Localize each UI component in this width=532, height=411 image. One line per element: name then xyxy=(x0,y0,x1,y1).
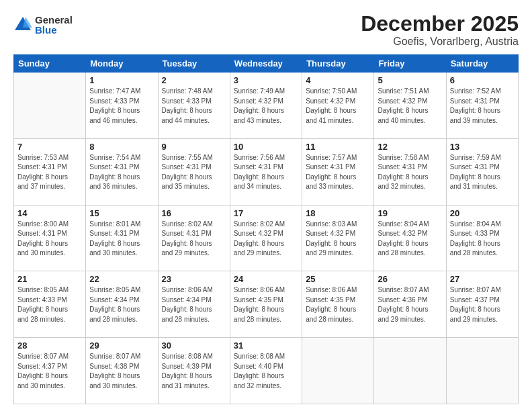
calendar-cell xyxy=(302,338,374,404)
calendar-cell: 15Sunrise: 8:01 AM Sunset: 4:31 PM Dayli… xyxy=(86,205,158,271)
cell-info: Sunrise: 7:51 AM Sunset: 4:32 PM Dayligh… xyxy=(378,87,442,126)
cell-day-number: 31 xyxy=(234,340,298,351)
calendar-cell: 1Sunrise: 7:47 AM Sunset: 4:33 PM Daylig… xyxy=(86,73,158,139)
calendar-cell: 17Sunrise: 8:02 AM Sunset: 4:32 PM Dayli… xyxy=(230,205,302,271)
calendar-week-row: 28Sunrise: 8:07 AM Sunset: 4:37 PM Dayli… xyxy=(14,338,519,404)
calendar-cell xyxy=(374,338,446,404)
header: General Blue December 2025 Goefis, Vorar… xyxy=(13,12,519,48)
cell-info: Sunrise: 8:07 AM Sunset: 4:37 PM Dayligh… xyxy=(17,352,82,391)
calendar-cell: 19Sunrise: 8:04 AM Sunset: 4:32 PM Dayli… xyxy=(374,205,446,271)
cell-day-number: 2 xyxy=(162,75,226,85)
calendar-header-tuesday: Tuesday xyxy=(158,55,230,73)
calendar-week-row: 14Sunrise: 8:00 AM Sunset: 4:31 PM Dayli… xyxy=(14,205,519,271)
logo-blue-text: Blue xyxy=(35,25,73,35)
svg-marker-1 xyxy=(23,17,32,28)
calendar-cell: 2Sunrise: 7:48 AM Sunset: 4:33 PM Daylig… xyxy=(158,73,230,139)
cell-day-number: 15 xyxy=(89,208,154,218)
logo: General Blue xyxy=(13,15,73,35)
cell-info: Sunrise: 7:48 AM Sunset: 4:33 PM Dayligh… xyxy=(162,87,226,126)
calendar-header-thursday: Thursday xyxy=(302,55,374,73)
cell-day-number: 6 xyxy=(450,75,515,85)
cell-day-number: 17 xyxy=(234,208,298,218)
cell-day-number: 28 xyxy=(17,340,82,351)
cell-info: Sunrise: 8:07 AM Sunset: 4:36 PM Dayligh… xyxy=(378,285,442,324)
calendar-cell: 27Sunrise: 8:07 AM Sunset: 4:37 PM Dayli… xyxy=(446,271,518,338)
calendar-cell: 26Sunrise: 8:07 AM Sunset: 4:36 PM Dayli… xyxy=(374,271,446,338)
cell-info: Sunrise: 7:50 AM Sunset: 4:32 PM Dayligh… xyxy=(306,87,370,126)
calendar-cell: 23Sunrise: 8:06 AM Sunset: 4:34 PM Dayli… xyxy=(158,271,230,338)
calendar-cell xyxy=(14,73,86,139)
calendar-header-wednesday: Wednesday xyxy=(230,55,302,73)
cell-day-number: 11 xyxy=(306,142,370,152)
cell-day-number: 10 xyxy=(234,142,298,152)
calendar-cell: 13Sunrise: 7:59 AM Sunset: 4:31 PM Dayli… xyxy=(446,138,518,205)
cell-info: Sunrise: 8:02 AM Sunset: 4:32 PM Dayligh… xyxy=(234,220,298,259)
cell-day-number: 30 xyxy=(162,340,226,351)
cell-day-number: 27 xyxy=(450,274,515,284)
cell-info: Sunrise: 8:06 AM Sunset: 4:34 PM Dayligh… xyxy=(162,285,226,324)
cell-info: Sunrise: 8:04 AM Sunset: 4:33 PM Dayligh… xyxy=(450,220,515,259)
cell-day-number: 26 xyxy=(378,274,442,284)
calendar-cell: 5Sunrise: 7:51 AM Sunset: 4:32 PM Daylig… xyxy=(374,73,446,139)
cell-day-number: 1 xyxy=(89,75,154,85)
title-block: December 2025 Goefis, Vorarlberg, Austri… xyxy=(361,12,519,48)
calendar-cell: 28Sunrise: 8:07 AM Sunset: 4:37 PM Dayli… xyxy=(14,338,86,404)
calendar-header-saturday: Saturday xyxy=(446,55,518,73)
calendar-week-row: 1Sunrise: 7:47 AM Sunset: 4:33 PM Daylig… xyxy=(14,73,519,139)
calendar-cell: 3Sunrise: 7:49 AM Sunset: 4:32 PM Daylig… xyxy=(230,73,302,139)
cell-day-number: 9 xyxy=(162,142,226,152)
calendar-cell: 16Sunrise: 8:02 AM Sunset: 4:31 PM Dayli… xyxy=(158,205,230,271)
cell-day-number: 21 xyxy=(17,274,82,284)
cell-info: Sunrise: 8:07 AM Sunset: 4:37 PM Dayligh… xyxy=(450,285,515,324)
calendar-cell: 6Sunrise: 7:52 AM Sunset: 4:31 PM Daylig… xyxy=(446,73,518,139)
calendar-cell: 11Sunrise: 7:57 AM Sunset: 4:31 PM Dayli… xyxy=(302,138,374,205)
calendar-header-sunday: Sunday xyxy=(14,55,86,73)
calendar-cell: 24Sunrise: 8:06 AM Sunset: 4:35 PM Dayli… xyxy=(230,271,302,338)
cell-info: Sunrise: 7:53 AM Sunset: 4:31 PM Dayligh… xyxy=(17,153,82,192)
cell-day-number: 7 xyxy=(17,142,82,152)
cell-day-number: 20 xyxy=(450,208,515,218)
cell-info: Sunrise: 7:47 AM Sunset: 4:33 PM Dayligh… xyxy=(89,87,154,126)
cell-info: Sunrise: 8:06 AM Sunset: 4:35 PM Dayligh… xyxy=(234,285,298,324)
calendar-cell: 30Sunrise: 8:08 AM Sunset: 4:39 PM Dayli… xyxy=(158,338,230,404)
calendar-cell: 25Sunrise: 8:06 AM Sunset: 4:35 PM Dayli… xyxy=(302,271,374,338)
cell-info: Sunrise: 8:05 AM Sunset: 4:34 PM Dayligh… xyxy=(89,285,154,324)
cell-day-number: 8 xyxy=(89,142,154,152)
cell-info: Sunrise: 8:03 AM Sunset: 4:32 PM Dayligh… xyxy=(306,220,370,259)
cell-info: Sunrise: 8:02 AM Sunset: 4:31 PM Dayligh… xyxy=(162,220,226,259)
calendar-cell xyxy=(446,338,518,404)
cell-day-number: 29 xyxy=(89,340,154,351)
logo-icon xyxy=(13,15,32,34)
cell-day-number: 12 xyxy=(378,142,442,152)
cell-info: Sunrise: 7:58 AM Sunset: 4:31 PM Dayligh… xyxy=(378,153,442,192)
calendar-cell: 7Sunrise: 7:53 AM Sunset: 4:31 PM Daylig… xyxy=(14,138,86,205)
logo-general-text: General xyxy=(35,15,73,25)
page-subtitle: Goefis, Vorarlberg, Austria xyxy=(361,36,519,48)
cell-day-number: 24 xyxy=(234,274,298,284)
calendar-header-monday: Monday xyxy=(86,55,158,73)
cell-day-number: 14 xyxy=(17,208,82,218)
cell-info: Sunrise: 8:05 AM Sunset: 4:33 PM Dayligh… xyxy=(17,285,82,324)
calendar-table: SundayMondayTuesdayWednesdayThursdayFrid… xyxy=(13,54,519,404)
calendar-cell: 9Sunrise: 7:55 AM Sunset: 4:31 PM Daylig… xyxy=(158,138,230,205)
cell-info: Sunrise: 8:07 AM Sunset: 4:38 PM Dayligh… xyxy=(89,352,154,391)
cell-info: Sunrise: 8:00 AM Sunset: 4:31 PM Dayligh… xyxy=(17,220,82,259)
cell-info: Sunrise: 7:49 AM Sunset: 4:32 PM Dayligh… xyxy=(234,87,298,126)
cell-day-number: 13 xyxy=(450,142,515,152)
cell-info: Sunrise: 8:01 AM Sunset: 4:31 PM Dayligh… xyxy=(89,220,154,259)
logo-text: General Blue xyxy=(35,15,73,35)
cell-day-number: 22 xyxy=(89,274,154,284)
page-title: December 2025 xyxy=(361,12,519,36)
cell-info: Sunrise: 8:04 AM Sunset: 4:32 PM Dayligh… xyxy=(378,220,442,259)
calendar-cell: 21Sunrise: 8:05 AM Sunset: 4:33 PM Dayli… xyxy=(14,271,86,338)
cell-day-number: 4 xyxy=(306,75,370,85)
cell-day-number: 3 xyxy=(234,75,298,85)
calendar-week-row: 21Sunrise: 8:05 AM Sunset: 4:33 PM Dayli… xyxy=(14,271,519,338)
cell-info: Sunrise: 7:56 AM Sunset: 4:31 PM Dayligh… xyxy=(234,153,298,192)
cell-info: Sunrise: 7:52 AM Sunset: 4:31 PM Dayligh… xyxy=(450,87,515,126)
calendar-cell: 12Sunrise: 7:58 AM Sunset: 4:31 PM Dayli… xyxy=(374,138,446,205)
cell-info: Sunrise: 7:55 AM Sunset: 4:31 PM Dayligh… xyxy=(162,153,226,192)
cell-info: Sunrise: 8:08 AM Sunset: 4:39 PM Dayligh… xyxy=(162,352,226,391)
cell-day-number: 25 xyxy=(306,274,370,284)
calendar-cell: 18Sunrise: 8:03 AM Sunset: 4:32 PM Dayli… xyxy=(302,205,374,271)
